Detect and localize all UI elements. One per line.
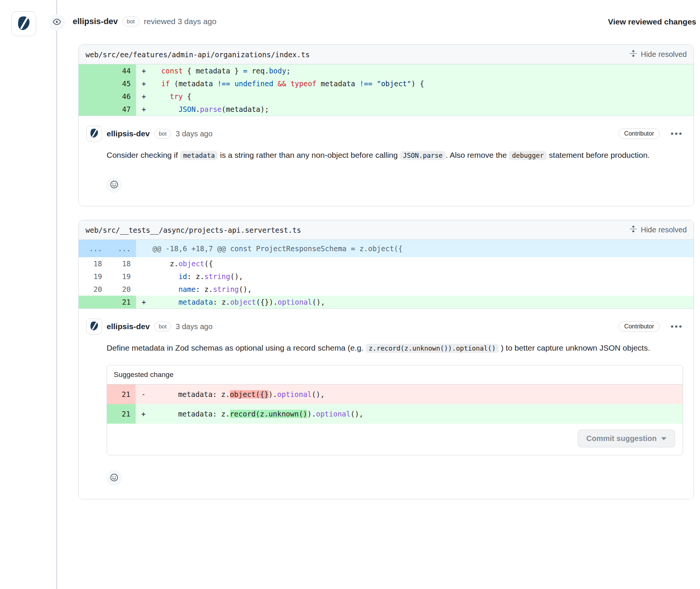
old-line-number <box>79 90 107 103</box>
code-line: id: z.string(), <box>153 270 694 283</box>
timeline-line <box>56 0 57 589</box>
diff-row: 45+ if (metadata !== undefined && typeof… <box>79 77 694 90</box>
review-threads: web/src/ee/features/admin-api/organizati… <box>0 0 700 499</box>
comment-avatar[interactable] <box>86 126 102 142</box>
diff-row: 44+ const { metadata } = req.body; <box>79 64 694 77</box>
hide-resolved-label: Hide resolved <box>641 50 687 59</box>
diff-sign: + <box>136 404 152 424</box>
diff-row: 2020 name: z.string(), <box>79 283 694 296</box>
comment-body: Consider checking if metadata is a strin… <box>107 148 664 162</box>
hide-resolved-button[interactable]: Hide resolved <box>630 50 687 59</box>
line-number: 21 <box>107 404 136 424</box>
new-line-number: 20 <box>107 283 136 296</box>
review-action-text: reviewed 3 days ago <box>144 17 217 26</box>
thread-card-projects-api-test: web/src/__tests__/async/projects-api.ser… <box>78 220 694 499</box>
diff-row: 1919 id: z.string(), <box>79 270 694 283</box>
new-line-number: 21 <box>107 296 136 308</box>
ellipsis-logo-icon <box>15 14 32 33</box>
diff-sign: - <box>136 385 152 404</box>
file-path-link[interactable]: web/src/ee/features/admin-api/organizati… <box>86 50 310 59</box>
suggestion-diff-table: 21- metadata: z.object({}).optional(),21… <box>107 385 683 424</box>
diff-row: 21- metadata: z.object({}).optional(), <box>107 385 683 404</box>
diff-row: 46+ try { <box>79 90 694 103</box>
code-line: JSON.parse(metadata); <box>153 103 694 116</box>
hide-resolved-button[interactable]: Hide resolved <box>630 225 687 235</box>
diff-table: ......@@ -18,6 +18,7 @@ const ProjectRes… <box>79 240 694 308</box>
bot-badge: bot <box>122 17 139 26</box>
review-eye-badge <box>49 14 65 31</box>
diff-sign: + <box>136 64 153 77</box>
add-reaction-button[interactable] <box>107 177 122 192</box>
view-reviewed-changes-link[interactable]: View reviewed changes <box>608 17 696 26</box>
new-line-number: 46 <box>107 90 136 103</box>
comment-timestamp[interactable]: 3 days ago <box>176 322 212 331</box>
suggested-change-block: Suggested change 21- metadata: z.object(… <box>107 365 683 455</box>
review-comment: ellipsis-dev bot 3 days ago Contributor … <box>79 116 694 206</box>
review-author[interactable]: ellipsis-dev <box>73 17 118 26</box>
contributor-badge[interactable]: Contributor <box>619 128 660 139</box>
old-line-number <box>79 296 107 308</box>
inline-code: metadata <box>180 151 218 160</box>
review-header-line: ellipsis-dev bot reviewed 3 days ago <box>73 17 216 26</box>
review-header: ellipsis-dev bot reviewed 3 days ago Vie… <box>0 0 700 44</box>
diff-sign <box>136 283 153 296</box>
comment-body: Define metadata in Zod schemas as option… <box>107 341 664 355</box>
chevron-down-icon <box>661 437 666 440</box>
new-line-number: ... <box>107 240 136 257</box>
review-comment: ellipsis-dev bot 3 days ago Contributor … <box>79 308 694 499</box>
diff-row: 21+ metadata: z.object({}).optional(), <box>79 296 694 308</box>
inline-code: debugger <box>509 151 547 160</box>
suggestion-footer: Commit suggestion <box>107 424 683 455</box>
diff-sign <box>136 257 153 270</box>
new-line-number: 18 <box>107 257 136 270</box>
bot-badge: bot <box>154 129 171 139</box>
file-path-link[interactable]: web/src/__tests__/async/projects-api.ser… <box>86 226 301 234</box>
code-line: const { metadata } = req.body; <box>153 64 694 77</box>
comment-avatar[interactable] <box>86 319 102 334</box>
comment-header: ellipsis-dev bot 3 days ago Contributor <box>86 126 683 142</box>
kebab-menu-icon[interactable] <box>669 131 683 136</box>
old-line-number: 18 <box>79 257 107 270</box>
code-line: metadata: z.object({}).optional(), <box>152 385 683 404</box>
add-reaction-button[interactable] <box>107 470 122 485</box>
smiley-icon <box>110 180 118 190</box>
thread-card-organizations-index: web/src/ee/features/admin-api/organizati… <box>78 44 694 206</box>
old-line-number: 19 <box>79 270 107 283</box>
bot-badge: bot <box>154 322 171 331</box>
comment-author[interactable]: ellipsis-dev <box>107 129 150 138</box>
eye-icon <box>53 18 61 27</box>
diff-sign: + <box>136 296 153 308</box>
diff-row: ......@@ -18,6 +18,7 @@ const ProjectRes… <box>79 240 694 257</box>
diff-row: 21+ metadata: z.record(z.unknown()).opti… <box>107 404 683 424</box>
commit-suggestion-label: Commit suggestion <box>586 434 657 443</box>
diff-sign: + <box>136 103 153 116</box>
old-line-number: 20 <box>79 283 107 296</box>
code-line: metadata: z.object({}).optional(), <box>153 296 694 308</box>
code-line: metadata: z.record(z.unknown()).optional… <box>152 404 683 424</box>
contributor-badge[interactable]: Contributor <box>619 321 660 332</box>
comment-timestamp[interactable]: 3 days ago <box>176 130 212 138</box>
old-line-number <box>79 77 107 90</box>
new-line-number: 19 <box>107 270 136 283</box>
diff-row: 47+ JSON.parse(metadata); <box>79 103 694 116</box>
diff-sign: + <box>136 90 153 103</box>
diff-row: 1818 z.object({ <box>79 257 694 270</box>
old-line-number: ... <box>79 240 107 257</box>
reviewer-avatar[interactable] <box>11 11 36 36</box>
new-line-number: 47 <box>107 103 136 116</box>
kebab-menu-icon[interactable] <box>669 324 683 329</box>
line-number: 21 <box>107 385 136 404</box>
code-line: name: z.string(), <box>153 283 694 296</box>
unfold-icon <box>630 225 637 235</box>
old-line-number <box>79 64 107 77</box>
file-header: web/src/ee/features/admin-api/organizati… <box>79 45 694 64</box>
commit-suggestion-button[interactable]: Commit suggestion <box>578 430 675 447</box>
code-line: if (metadata !== undefined && typeof met… <box>153 77 694 90</box>
old-line-number <box>79 103 107 116</box>
inline-code: z.record(z.unknown()).optional() <box>366 344 499 353</box>
ellipsis-logo-icon <box>89 320 100 333</box>
code-line: try { <box>153 90 694 103</box>
hide-resolved-label: Hide resolved <box>641 226 687 234</box>
comment-author[interactable]: ellipsis-dev <box>107 322 150 331</box>
code-line: z.object({ <box>153 257 694 270</box>
